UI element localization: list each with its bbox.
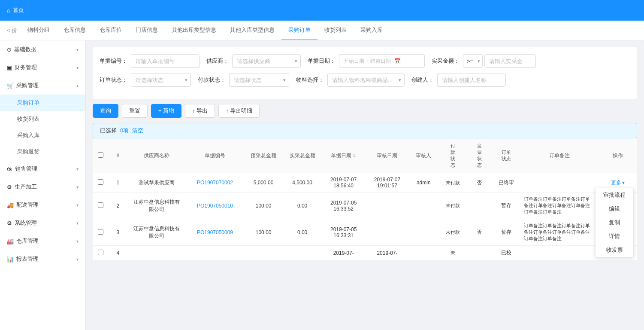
row-checkbox[interactable] — [98, 250, 103, 255]
col-header-actualAmount: 实采总金额 — [283, 138, 321, 173]
doc-num-link[interactable]: PO1907070002 — [197, 180, 233, 186]
dropdown-item-编辑[interactable]: 编辑 — [596, 202, 633, 216]
data-table: # 供应商名称 单据编号 预采总金额 实采总金额 单据日期 ⇅ 审核日期 审核人 — [93, 138, 637, 260]
col-header-preAmount: 预采总金额 — [244, 138, 283, 173]
actual-amount-input[interactable] — [484, 54, 536, 68]
more-button[interactable]: 更多 ▾ — [611, 179, 625, 186]
calendar-icon: 📅 — [394, 58, 401, 64]
subnav-item-其他出库类型信息[interactable]: 其他出库类型信息 — [165, 21, 223, 40]
row-checkbox[interactable] — [98, 229, 103, 235]
col-header-action: 操作 — [598, 138, 637, 173]
col-header-docDate[interactable]: 单据日期 ⇅ — [322, 138, 366, 173]
cell-docNum: PO1907070002 — [186, 173, 244, 192]
doc-date-input[interactable]: 开始日期 ~ 结束日期 📅 — [339, 54, 425, 68]
sidebar-item-财务管理[interactable]: ▣ 财务管理 ▾ — [0, 58, 85, 76]
row-checkbox[interactable] — [98, 179, 103, 185]
cell-supplier: 江苏中盘信息科技有限公司 — [127, 219, 186, 246]
order-status-label: 订单状态： — [100, 76, 127, 84]
sidebar-sub-item-收货列表[interactable]: 收货列表 — [0, 111, 85, 127]
supplier-select[interactable]: 请选择供应商 — [232, 54, 301, 68]
col-header-num: # — [108, 138, 127, 173]
chevron-down-icon: ▾ — [76, 203, 79, 208]
chevron-down-icon: ▾ — [76, 185, 79, 189]
table-row: 2 江苏中盘信息科技有限公司 PO1907050010 100.00 0.00 … — [93, 192, 637, 219]
cell-num: 2 — [108, 192, 127, 219]
selection-text: 已选择 — [100, 127, 117, 134]
cell-actualAmount: 0.00 — [283, 192, 321, 219]
cell-reviewer — [409, 246, 438, 260]
back-arrow[interactable]: < 价 — [7, 27, 17, 34]
cell-orderStatus: 已校 — [492, 246, 521, 260]
sidebar-item-系统管理[interactable]: ⚙ 系统管理 ▾ — [0, 214, 85, 232]
cell-invoiceStatus — [467, 246, 492, 260]
doc-num-link[interactable]: PO1907050010 — [197, 203, 233, 209]
row-checkbox[interactable] — [98, 202, 103, 208]
export-detail-button[interactable]: ↑ 导出明细 — [218, 104, 260, 118]
cell-docDate: 2019-07-05 16:33:31 — [322, 219, 366, 246]
subnav-item-其他入库类型信息[interactable]: 其他入库类型信息 — [223, 21, 281, 40]
chevron-up-icon: ▴ — [76, 83, 79, 88]
home-label[interactable]: 首页 — [13, 6, 24, 14]
doc-num-link[interactable]: PO1907050009 — [197, 229, 233, 235]
subnav-item-仓库库位[interactable]: 仓库库位 — [93, 21, 129, 40]
reset-button[interactable]: 重置 — [122, 104, 148, 118]
creator-input[interactable] — [437, 73, 506, 87]
doc-date-field: 单据日期： 开始日期 ~ 结束日期 📅 — [308, 54, 425, 68]
dropdown-item-详情[interactable]: 详情 — [596, 229, 633, 243]
pay-status-select[interactable]: 请选择状态 — [229, 73, 289, 87]
order-status-field: 订单状态： 请选择状态 — [100, 73, 191, 87]
报表管理-icon: 📊 — [7, 256, 14, 263]
doc-num-input[interactable] — [131, 54, 200, 68]
clear-link[interactable]: 清空 — [132, 127, 143, 134]
cell-note — [520, 246, 598, 260]
sidebar-item-配送管理[interactable]: 🚚 配送管理 ▾ — [0, 196, 85, 214]
row1-actions: 更多 ▾ 审批流程 编辑 复制 详情 收发票 — [602, 179, 634, 186]
cell-reviewDate: 2019-07- — [366, 246, 409, 260]
chevron-down-icon: ▾ — [76, 257, 79, 262]
基础数据-icon: ⊙ — [7, 46, 12, 53]
subnav-item-采购订单[interactable]: 采购订单 — [281, 21, 317, 40]
sidebar-item-生产加工[interactable]: ⚙ 生产加工 ▾ — [0, 178, 85, 196]
dropdown-item-复制[interactable]: 复制 — [596, 216, 633, 229]
subnav-item-门店信息[interactable]: 门店信息 — [129, 21, 165, 40]
supplier-label: 供应商： — [206, 57, 229, 65]
cell-invoiceStatus: 否 — [467, 173, 492, 192]
subnav-item-采购入库[interactable]: 采购入库 — [354, 21, 390, 40]
order-status-select[interactable]: 请选择状态 — [131, 73, 191, 87]
sidebar-item-基础数据[interactable]: ⊙ 基础数据 ▾ — [0, 40, 85, 58]
销售管理-icon: 🛍 — [7, 166, 12, 172]
cell-orderStatus: 暂存 — [492, 219, 521, 246]
cell-preAmount: 100.00 — [244, 192, 283, 219]
sidebar-item-销售管理[interactable]: 🛍 销售管理 ▾ — [0, 160, 85, 178]
selection-count: 0项 — [120, 127, 129, 134]
sidebar-sub-item-采购订单[interactable]: 采购订单 — [0, 95, 85, 111]
cell-payStatus: 未 — [438, 246, 467, 260]
cell-invoiceStatus — [467, 192, 492, 219]
dropdown-item-审批流程[interactable]: 审批流程 — [596, 188, 633, 202]
subnav-item-物料分组[interactable]: 物料分组 — [21, 21, 57, 40]
subnav-item-仓库信息[interactable]: 仓库信息 — [57, 21, 93, 40]
sort-icon: ⇅ — [353, 154, 356, 158]
sidebar-sub-item-采购入库[interactable]: 采购入库 — [0, 127, 85, 144]
sidebar-item-采购管理[interactable]: 🛒 采购管理 ▴ — [0, 76, 85, 95]
cell-preAmount: 5,000.00 — [244, 173, 283, 192]
pay-status-label: 付款状态： — [198, 76, 226, 84]
table-row: 3 江苏中盘信息科技有限公司 PO1907050009 100.00 0.00 … — [93, 219, 637, 246]
col-header-payStatus: 付款状态 — [438, 138, 467, 173]
add-button[interactable]: + 新增 — [151, 104, 181, 118]
dropdown-item-收发票[interactable]: 收发票 — [596, 243, 633, 257]
material-select[interactable]: 请输入物料名称或商品... — [327, 73, 405, 87]
amount-op-select[interactable]: >= — [463, 54, 483, 68]
export-button[interactable]: ↑ 导出 — [185, 104, 215, 118]
select-all-checkbox[interactable] — [98, 152, 103, 158]
cell-reviewDate — [366, 192, 409, 219]
sidebar-sub-item-采购退货[interactable]: 采购退货 — [0, 144, 85, 160]
cell-actualAmount — [283, 246, 321, 260]
subnav-item-收货列表[interactable]: 收货列表 — [317, 21, 354, 40]
selection-bar: 已选择 0项 清空 — [93, 123, 637, 138]
sidebar-item-仓库管理[interactable]: 🏭 仓库管理 ▾ — [0, 232, 85, 250]
query-button[interactable]: 查询 — [93, 104, 118, 118]
table-row: 1 测试苹果供应商 PO1907070002 5,000.00 4,500.00… — [93, 173, 637, 192]
sidebar-item-报表管理[interactable]: 📊 报表管理 ▾ — [0, 250, 85, 268]
col-header-docNum: 单据编号 — [186, 138, 244, 173]
